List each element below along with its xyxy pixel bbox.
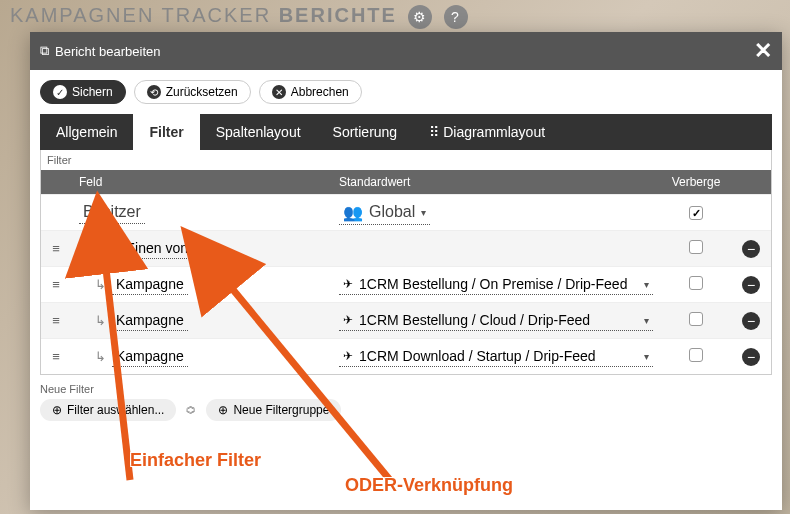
reset-icon: ⟲ xyxy=(147,85,161,99)
footer-area: Neue Filter ⊕ Filter auswählen... ︽︾ ⊕ N… xyxy=(30,375,782,429)
plane-icon: ✈ xyxy=(343,349,353,363)
filter-row-campaign-2: ≡ ↳ Kampagne ✈ 1CRM Bestellung / Cloud /… xyxy=(41,302,771,338)
cancel-label: Abbrechen xyxy=(291,85,349,99)
reset-button[interactable]: ⟲ Zurücksetzen xyxy=(134,80,251,104)
campaign1-default-select[interactable]: ✈ 1CRM Bestellung / On Premise / Drip-Fe… xyxy=(339,274,653,295)
campaign3-field-select[interactable]: Kampagne xyxy=(112,346,188,367)
delete-row-button[interactable]: − xyxy=(742,240,760,258)
copy-icon: ⧉ xyxy=(40,43,49,59)
caret-down-icon: ▾ xyxy=(644,351,649,362)
group-hide-checkbox[interactable] xyxy=(689,240,703,254)
users-icon: 👥 xyxy=(343,203,363,222)
cancel-icon: ✕ xyxy=(272,85,286,99)
owner-field-select[interactable]: Besitzer xyxy=(79,201,145,224)
owner-hide-checkbox[interactable] xyxy=(689,206,703,220)
save-label: Sichern xyxy=(72,85,113,99)
select-filter-label: Filter auswählen... xyxy=(67,403,164,417)
modal-header: ⧉ Bericht bearbeiten ✕ xyxy=(30,32,782,70)
plus-icon: ⊕ xyxy=(52,403,62,417)
tab-general[interactable]: Allgemein xyxy=(40,114,133,150)
owner-default-select[interactable]: 👥 Global ▾ xyxy=(339,201,430,225)
delete-row-button[interactable]: − xyxy=(742,276,760,294)
help-bg-icon: ? xyxy=(444,5,468,29)
modal-title: Bericht bearbeiten xyxy=(55,44,161,59)
tab-filter[interactable]: Filter xyxy=(133,114,199,150)
caret-down-icon: ▾ xyxy=(644,315,649,326)
settings-bg-icon: ⚙ xyxy=(408,5,432,29)
campaign3-default-select[interactable]: ✈ 1CRM Download / Startup / Drip-Feed ▾ xyxy=(339,346,653,367)
tab-bar: Allgemein Filter Spaltenlayout Sortierun… xyxy=(40,114,772,150)
campaign1-field-select[interactable]: Kampagne xyxy=(112,274,188,295)
tab-columns[interactable]: Spaltenlayout xyxy=(200,114,317,150)
campaign2-default-label: 1CRM Bestellung / Cloud / Drip-Feed xyxy=(359,312,590,328)
toolbar: ✓ Sichern ⟲ Zurücksetzen ✕ Abbrechen xyxy=(30,70,782,114)
filter-row-campaign-3: ≡ ↳ Kampagne ✈ 1CRM Download / Startup /… xyxy=(41,338,771,374)
drag-handle[interactable]: ≡ xyxy=(41,277,71,292)
new-group-label: Neue Filtergruppe xyxy=(233,403,329,417)
campaign2-field-select[interactable]: Kampagne xyxy=(112,310,188,331)
indent-arrow-icon: ↳ xyxy=(95,313,106,328)
grid-header: Feld Standardwert Verberge xyxy=(41,170,771,194)
reset-label: Zurücksetzen xyxy=(166,85,238,99)
close-button[interactable]: ✕ xyxy=(754,38,772,64)
caret-down-icon: ▾ xyxy=(421,207,426,218)
panel-caption: Filter xyxy=(41,150,771,170)
tab-chart[interactable]: ⠿ Diagrammlayout xyxy=(413,114,561,150)
save-button[interactable]: ✓ Sichern xyxy=(40,80,126,104)
owner-default-label: Global xyxy=(369,203,415,221)
group-operator-select[interactable]: Einen von ▾ xyxy=(122,238,203,259)
caret-down-icon: ▾ xyxy=(644,279,649,290)
cancel-button[interactable]: ✕ Abbrechen xyxy=(259,80,362,104)
campaign2-field-label: Kampagne xyxy=(116,312,184,328)
campaign2-hide-checkbox[interactable] xyxy=(689,312,703,326)
grid-icon: ⠿ xyxy=(429,124,439,140)
filter-row-campaign-1: ≡ ↳ Kampagne ✈ 1CRM Bestellung / On Prem… xyxy=(41,266,771,302)
tab-sort[interactable]: Sortierung xyxy=(317,114,414,150)
campaign1-hide-checkbox[interactable] xyxy=(689,276,703,290)
owner-field-label: Besitzer xyxy=(83,203,141,221)
campaign3-hide-checkbox[interactable] xyxy=(689,348,703,362)
drag-handle[interactable]: ≡ xyxy=(41,349,71,364)
campaign1-default-label: 1CRM Bestellung / On Premise / Drip-Feed xyxy=(359,276,627,292)
footer-caption: Neue Filter xyxy=(40,383,772,395)
drag-handle[interactable]: ≡ xyxy=(41,241,71,256)
expand-chevrons[interactable]: ︽︾ xyxy=(186,402,196,418)
tab-chart-label: Diagrammlayout xyxy=(443,124,545,140)
plus-icon: ⊕ xyxy=(218,403,228,417)
campaign1-field-label: Kampagne xyxy=(116,276,184,292)
campaign2-default-select[interactable]: ✈ 1CRM Bestellung / Cloud / Drip-Feed ▾ xyxy=(339,310,653,331)
select-filter-button[interactable]: ⊕ Filter auswählen... xyxy=(40,399,176,421)
edit-report-modal: ⧉ Bericht bearbeiten ✕ ✓ Sichern ⟲ Zurüc… xyxy=(30,32,782,510)
caret-down-icon: ▾ xyxy=(194,243,199,254)
check-icon: ✓ xyxy=(53,85,67,99)
group-operator-label: Einen von xyxy=(126,240,188,256)
campaign3-default-label: 1CRM Download / Startup / Drip-Feed xyxy=(359,348,596,364)
background-page-header: KAMPAGNEN TRACKER BERICHTE ⚙ ? xyxy=(0,0,790,30)
delete-row-button[interactable]: − xyxy=(742,312,760,330)
plane-icon: ✈ xyxy=(343,313,353,327)
filter-panel: Filter Feld Standardwert Verberge Besitz… xyxy=(40,150,772,375)
delete-row-button[interactable]: − xyxy=(742,348,760,366)
drag-handle[interactable]: ≡ xyxy=(41,313,71,328)
filter-row-group: ≡ Gruppe Einen von ▾ − xyxy=(41,230,771,266)
group-label: Gruppe xyxy=(79,243,116,255)
bg-title-light: KAMPAGNEN TRACKER xyxy=(10,4,271,26)
campaign3-field-label: Kampagne xyxy=(116,348,184,364)
filter-row-owner: Besitzer 👥 Global ▾ xyxy=(41,194,771,230)
bg-title-bold: BERICHTE xyxy=(279,4,397,26)
indent-arrow-icon: ↳ xyxy=(95,349,106,364)
new-group-button[interactable]: ⊕ Neue Filtergruppe xyxy=(206,399,341,421)
indent-arrow-icon: ↳ xyxy=(95,277,106,292)
plane-icon: ✈ xyxy=(343,277,353,291)
header-hide: Verberge xyxy=(661,170,731,194)
header-field: Feld xyxy=(71,170,331,194)
header-default: Standardwert xyxy=(331,170,661,194)
